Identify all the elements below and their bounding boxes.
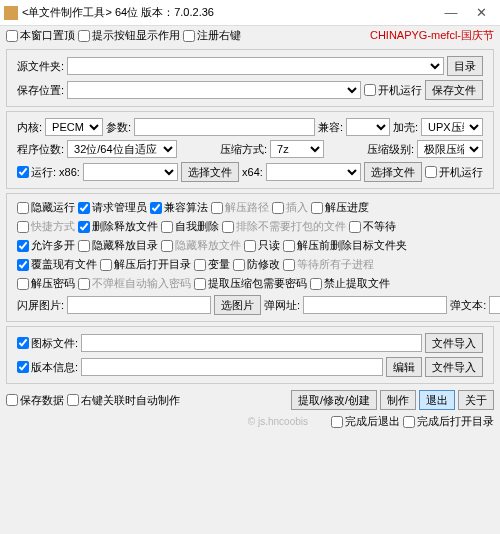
top-options: 本窗口置顶 提示按钮显示作用 注册右键 CHINAPYG-mefcl-国庆节 (0, 26, 500, 45)
delete-release-checkbox[interactable]: 删除释放文件 (78, 219, 158, 234)
bottom-row2: © js.hncoobis 完成后退出 完成后打开目录 (0, 412, 500, 431)
poptxt-input[interactable] (489, 296, 500, 314)
compat-select[interactable] (346, 118, 390, 136)
auto-make-checkbox[interactable]: 右键关联时自动制作 (67, 393, 180, 408)
admin-checkbox[interactable]: 请求管理员 (78, 200, 147, 215)
shortcut-checkbox[interactable]: 快捷方式 (17, 219, 75, 234)
open-after-checkbox[interactable]: 解压后打开目录 (100, 257, 191, 272)
options-group: 隐藏运行 请求管理员 兼容算法 解压路径 插入 解压进度 快捷方式 删除释放文件… (6, 193, 500, 322)
var-checkbox[interactable]: 变量 (194, 257, 230, 272)
param-label: 参数: (106, 120, 131, 135)
forbid-extract-checkbox[interactable]: 禁止提取文件 (310, 276, 390, 291)
dest-select[interactable] (67, 81, 361, 99)
close-button[interactable]: ✕ (466, 5, 496, 20)
exit-after-checkbox[interactable]: 完成后退出 (331, 414, 400, 429)
register-context-checkbox[interactable]: 注册右键 (183, 28, 241, 43)
make-button[interactable]: 制作 (380, 390, 416, 410)
del-target-checkbox[interactable]: 解压前删除目标文件夹 (283, 238, 407, 253)
version-import-button[interactable]: 文件导入 (425, 357, 483, 377)
source-select[interactable] (67, 57, 444, 75)
zmode-select[interactable]: 7z (270, 140, 324, 158)
need-pwd-checkbox[interactable]: 提取压缩包需要密码 (194, 276, 307, 291)
progress-checkbox[interactable]: 解压进度 (311, 200, 369, 215)
kernel-select[interactable]: PECMD (45, 118, 103, 136)
version-input[interactable] (81, 358, 383, 376)
dest-label: 保存位置: (17, 83, 64, 98)
zmode-label: 压缩方式: (220, 142, 267, 157)
hide-run-checkbox[interactable]: 隐藏运行 (17, 200, 75, 215)
compat-algo-checkbox[interactable]: 兼容算法 (150, 200, 208, 215)
icon-input[interactable] (81, 334, 422, 352)
titlebar: <单文件制作工具> 64位 版本：7.0.2.36 — ✕ (0, 0, 500, 26)
build-group: 内核: PECMD 参数: 兼容: 加壳: UPX压缩 程序位数: 32位/64… (6, 111, 494, 189)
exit-button[interactable]: 退出 (419, 390, 455, 410)
x64-pick-button[interactable]: 选择文件 (364, 162, 422, 182)
brand-text: CHINAPYG-mefcl-国庆节 (370, 28, 494, 43)
icon-import-button[interactable]: 文件导入 (425, 333, 483, 353)
zlvl-select[interactable]: 极限压缩 (417, 140, 483, 158)
bits-label: 程序位数: (17, 142, 64, 157)
extract-pwd-checkbox[interactable]: 解压密码 (17, 276, 75, 291)
x86-label: x86: (59, 166, 80, 178)
readonly-checkbox[interactable]: 只读 (244, 238, 280, 253)
source-browse-button[interactable]: 目录 (447, 56, 483, 76)
minimize-button[interactable]: — (436, 5, 466, 20)
hide-dir-checkbox[interactable]: 隐藏释放目录 (78, 238, 158, 253)
meta-group: 图标文件: 文件导入 版本信息: 编辑 文件导入 (6, 326, 494, 384)
poptxt-label: 弹文本: (450, 298, 486, 313)
window-title: <单文件制作工具> 64位 版本：7.0.2.36 (22, 5, 436, 20)
bootrun-checkbox[interactable]: 开机运行 (425, 165, 483, 180)
antitamper-checkbox[interactable]: 防修改 (233, 257, 280, 272)
wait-children-checkbox[interactable]: 等待所有子进程 (283, 257, 374, 272)
version-edit-button[interactable]: 编辑 (386, 357, 422, 377)
source-label: 源文件夹: (17, 59, 64, 74)
extract-modify-button[interactable]: 提取/修改/创建 (291, 390, 377, 410)
nowait-checkbox[interactable]: 不等待 (349, 219, 396, 234)
param-input[interactable] (134, 118, 315, 136)
x86-pick-button[interactable]: 选择文件 (181, 162, 239, 182)
app-icon (4, 6, 18, 20)
self-delete-checkbox[interactable]: 自我删除 (161, 219, 219, 234)
kernel-label: 内核: (17, 120, 42, 135)
x64-select[interactable] (266, 163, 361, 181)
flash-input[interactable] (67, 296, 211, 314)
extract-path-checkbox[interactable]: 解压路径 (211, 200, 269, 215)
flash-pick-button[interactable]: 选图片 (214, 295, 261, 315)
run-checkbox[interactable]: 运行: (17, 165, 56, 180)
multiopen-checkbox[interactable]: 允许多开 (17, 238, 75, 253)
bits-select[interactable]: 32位/64位自适应 (67, 140, 177, 158)
shell-label: 加壳: (393, 120, 418, 135)
tooltip-checkbox[interactable]: 提示按钮显示作用 (78, 28, 180, 43)
open-after-done-checkbox[interactable]: 完成后打开目录 (403, 414, 494, 429)
icon-checkbox[interactable]: 图标文件: (17, 336, 78, 351)
auto-pwd-checkbox[interactable]: 不弹框自动输入密码 (78, 276, 191, 291)
boot-checkbox[interactable]: 开机运行 (364, 83, 422, 98)
watermark: © js.hncoobis (248, 416, 308, 427)
x64-label: x64: (242, 166, 263, 178)
paths-group: 源文件夹: 目录 保存位置: 开机运行 保存文件 (6, 49, 494, 107)
shell-select[interactable]: UPX压缩 (421, 118, 483, 136)
about-button[interactable]: 关于 (458, 390, 494, 410)
popurl-input[interactable] (303, 296, 447, 314)
popurl-label: 弹网址: (264, 298, 300, 313)
flash-label: 闪屏图片: (17, 298, 64, 313)
version-checkbox[interactable]: 版本信息: (17, 360, 78, 375)
save-data-checkbox[interactable]: 保存数据 (6, 393, 64, 408)
insert-checkbox[interactable]: 插入 (272, 200, 308, 215)
zlvl-label: 压缩级别: (367, 142, 414, 157)
hide-file-checkbox[interactable]: 隐藏释放文件 (161, 238, 241, 253)
bottom-row: 保存数据 右键关联时自动制作 提取/修改/创建 制作 退出 关于 (0, 388, 500, 412)
topmost-checkbox[interactable]: 本窗口置顶 (6, 28, 75, 43)
save-file-button[interactable]: 保存文件 (425, 80, 483, 100)
x86-select[interactable] (83, 163, 178, 181)
compat-label: 兼容: (318, 120, 343, 135)
overwrite-checkbox[interactable]: 覆盖现有文件 (17, 257, 97, 272)
exclude-checkbox[interactable]: 排除不需要打包的文件 (222, 219, 346, 234)
